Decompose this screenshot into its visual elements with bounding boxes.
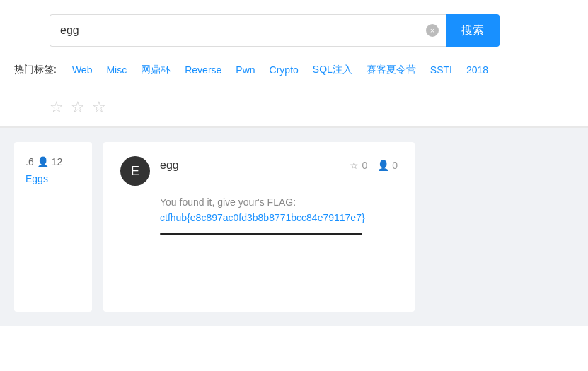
partial-card: .6 👤 12 Eggs [14,142,92,312]
star-stat: ☆ 0 [350,160,367,171]
card-underline [160,233,362,235]
people-icon: 👤 [37,156,49,167]
star-icon-3[interactable]: ☆ [92,98,106,117]
clear-icon[interactable]: × [426,24,439,37]
partial-score: .6 [25,156,34,167]
tag-sql[interactable]: SQL注入 [306,62,359,78]
tags-row: 热门标签: Web Misc 网鼎杯 Reverse Pwn Crypto SQ… [0,58,588,88]
avatar: E [120,156,150,186]
partial-link[interactable]: Eggs [25,173,81,184]
tags-label: 热门标签: [14,64,57,76]
user-stat-icon: 👤 [377,160,389,171]
tag-web[interactable]: Web [65,63,100,77]
tag-wangdianpei[interactable]: 网鼎杯 [134,62,178,78]
search-button[interactable]: 搜索 [446,14,500,47]
partial-count: 12 [52,156,63,167]
content-area: .6 👤 12 Eggs E egg ☆ 0 👤 [0,128,588,326]
card-stats: ☆ 0 👤 0 [350,160,398,171]
tag-2018[interactable]: 2018 [459,63,495,77]
tag-reverse[interactable]: Reverse [178,63,229,77]
description-line1: You found it, give your's FLAG: [160,196,296,208]
stars-area: ☆ ☆ ☆ [0,88,588,128]
tag-pwn[interactable]: Pwn [229,63,262,77]
card-title-row: egg ☆ 0 👤 0 [160,156,398,172]
user-stat: 👤 0 [377,160,398,171]
star-icon-2[interactable]: ☆ [71,98,85,117]
tag-ssti[interactable]: SSTI [423,63,459,77]
tag-misc[interactable]: Misc [99,63,134,77]
card-title[interactable]: egg [160,159,179,172]
user-stat-count: 0 [392,160,398,171]
card-description: You found it, give your's FLAG: ctfhub{e… [160,194,398,226]
star-stat-icon: ☆ [350,160,359,171]
star-icon-1[interactable]: ☆ [50,98,64,117]
flag-text: ctfhub{e8c897ac0fd3b8b8771bcc84e79117e7} [160,212,365,223]
tag-saike[interactable]: 赛客夏令营 [359,62,423,78]
star-stat-count: 0 [362,160,367,171]
partial-stats: .6 👤 12 [25,156,81,167]
card-header: E egg ☆ 0 👤 0 [120,156,398,186]
page-wrapper: × 搜索 热门标签: Web Misc 网鼎杯 Reverse Pwn Cryp… [0,0,588,371]
tag-crypto[interactable]: Crypto [263,63,306,77]
search-input-wrapper: × [50,14,446,47]
search-area: × 搜索 [0,0,588,58]
card-body: You found it, give your's FLAG: ctfhub{e… [160,194,398,235]
main-card: E egg ☆ 0 👤 0 [103,142,415,312]
search-input[interactable] [50,14,446,47]
